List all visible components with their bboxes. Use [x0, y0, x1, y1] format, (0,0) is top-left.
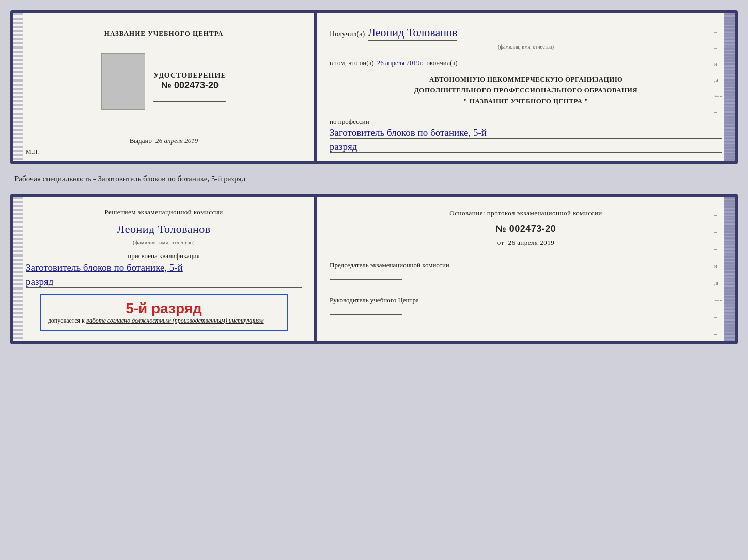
udostoverenie-number: № 002473-20	[153, 80, 226, 91]
qualification-block: Заготовитель блоков по ботанике, 5-й раз…	[26, 260, 302, 288]
osnovanie-block: Основание: протокол экзаменационной коми…	[330, 209, 722, 247]
prisvoena-text: присвоена квалификация	[26, 252, 302, 260]
rukovoditel-block: Руководитель учебного Центра	[330, 295, 722, 315]
udostoverenie-label: УДОСТОВЕРЕНИЕ	[153, 72, 226, 80]
doc2-content: Решением экзаменационной комиссии Леонид…	[13, 197, 735, 341]
mp-label: М.П.	[26, 148, 39, 156]
vydano-label: Выдано	[130, 137, 152, 145]
stamp-razryad-text: 5-й разряд	[48, 300, 280, 317]
okkonchil-label: окончил(а)	[427, 59, 458, 67]
vtom-line: в том, что он(а) 26 апреля 2019г. окончи…	[330, 59, 722, 67]
dopuskaetsya-label: допускается к	[48, 317, 85, 324]
doc1-right: Получил(а) Леонид Толованов – (фамилия, …	[317, 13, 735, 161]
resheniem-label: Решением экзаменационной комиссии	[26, 207, 302, 218]
border-right-2	[724, 197, 735, 341]
doc1-left: НАЗВАНИЕ УЧЕБНОГО ЦЕНТРА УДОСТОВЕРЕНИЕ №…	[13, 13, 316, 161]
stamp-box: 5-й разряд допускается к работе согласно…	[40, 294, 288, 331]
doc2-right: Основание: протокол экзаменационной коми…	[317, 197, 735, 341]
document-2: Решением экзаменационной комиссии Леонид…	[10, 194, 738, 344]
poluchil-line: Получил(а) Леонид Толованов –	[330, 26, 722, 41]
predsedatel-block: Председатель экзаменационной комиссии	[330, 260, 722, 280]
po-professii-label: по профессии	[330, 118, 369, 125]
recipient-name-1: Леонид Толованов	[368, 26, 457, 41]
name-subtitle-1: (фамилия, имя, отчество)	[330, 44, 722, 50]
border-right-1	[724, 13, 735, 161]
vtom-label: в том, что он(а)	[330, 59, 374, 67]
profession-1: Заготовитель блоков по ботанике, 5-й	[330, 127, 722, 139]
page-wrapper: НАЗВАНИЕ УЧЕБНОГО ЦЕНТРА УДОСТОВЕРЕНИЕ №…	[10, 10, 738, 344]
predsedatel-signature	[330, 279, 402, 280]
dopuskaetsya-text: допускается к работе согласно должностны…	[48, 317, 280, 325]
doc1-training-center-title: НАЗВАНИЕ УЧЕБНОГО ЦЕНТРА	[104, 29, 224, 38]
po-professii-block: по профессии Заготовитель блоков по бота…	[330, 118, 722, 153]
vydano-date: 26 апреля 2019	[155, 137, 198, 145]
right-decoration-2: – – – и ,а ←– – – –	[714, 212, 722, 344]
right-decoration: – – и ,а ←– –	[714, 29, 722, 115]
document-1: НАЗВАНИЕ УЧЕБНОГО ЦЕНТРА УДОСТОВЕРЕНИЕ №…	[10, 10, 738, 164]
poluchil-label: Получил(а)	[330, 30, 365, 38]
razryad-2: разряд	[26, 276, 302, 288]
dopuskaetsya-italic: работе согласно должностным (производств…	[86, 317, 264, 324]
udostoverenie-block: УДОСТОВЕРЕНИЕ № 002473-20	[153, 72, 226, 102]
org-block-1: АВТОНОМНУЮ НЕКОММЕРЧЕСКУЮ ОРГАНИЗАЦИЮ ДО…	[330, 74, 722, 106]
protocol-number: № 002473-20	[330, 223, 722, 234]
doc2-left: Решением экзаменационной комиссии Леонид…	[13, 197, 316, 341]
ot-label: от	[497, 238, 504, 246]
ot-date: 26 апреля 2019	[508, 238, 555, 246]
completed-date-1: 26 апреля 2019г.	[377, 59, 424, 67]
photo-placeholder	[101, 53, 145, 110]
resheniem-block: Решением экзаменационной комиссии Леонид…	[26, 207, 302, 247]
vydano-line: Выдано 26 апреля 2019	[130, 137, 198, 145]
ot-date-line: от 26 апреля 2019	[330, 238, 722, 247]
doc1-content: НАЗВАНИЕ УЧЕБНОГО ЦЕНТРА УДОСТОВЕРЕНИЕ №…	[13, 13, 735, 161]
name-subtitle-2: (фамилия, имя, отчество)	[26, 238, 302, 247]
recipient-name-2: Леонид Толованов	[26, 220, 302, 238]
org-line2: ДОПОЛНИТЕЛЬНОГО ПРОФЕССИОНАЛЬНОГО ОБРАЗО…	[330, 85, 722, 96]
org-name: " НАЗВАНИЕ УЧЕБНОГО ЦЕНТРА "	[330, 96, 722, 107]
org-line1: АВТОНОМНУЮ НЕКОММЕРЧЕСКУЮ ОРГАНИЗАЦИЮ	[330, 74, 722, 85]
osnovanie-label: Основание: протокол экзаменационной коми…	[330, 209, 722, 217]
razryad-1: разряд	[330, 141, 722, 153]
rukovoditel-signature	[330, 314, 402, 315]
qualification-text: Заготовитель блоков по ботанике, 5-й	[26, 262, 302, 274]
predsedatel-label: Председатель экзаменационной комиссии	[330, 260, 722, 271]
rukovoditel-label: Руководитель учебного Центра	[330, 295, 722, 306]
specialty-label: Рабочая специальность - Заготовитель бло…	[10, 172, 738, 185]
